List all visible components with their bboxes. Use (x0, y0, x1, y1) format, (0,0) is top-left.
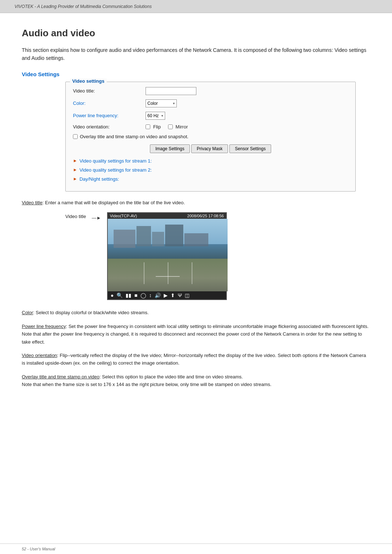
color-term: Color (22, 310, 33, 315)
color-desc-text: : Select to display colorful or black/wh… (33, 310, 149, 315)
video-title-row: Video title: (73, 87, 348, 95)
power-line-desc: Power line frequency: Set the power line… (22, 323, 370, 346)
video-title-input[interactable] (146, 87, 196, 95)
video-title-desc-section: Video title: Enter a name that will be d… (22, 199, 370, 300)
video-controls: ● 🔍 ▮▮ ■ ◯ ↕ 🔊 ▶ ⬆ Ψ ◫ (108, 291, 226, 299)
header-bar: VIVOTEK - A Leading Provider of Multimed… (0, 0, 392, 13)
vc-display[interactable]: ◫ (184, 293, 190, 298)
arrow-indicator: —► (92, 215, 101, 221)
video-orientation-term: Video orientation (22, 353, 57, 358)
vc-stop[interactable]: ■ (134, 293, 138, 298)
power-line-select-wrapper: 50 Hz 60 Hz (146, 112, 165, 120)
building-4 (165, 225, 183, 246)
power-line-row: Power line frequency: 50 Hz 60 Hz (73, 112, 348, 120)
sensor-settings-button[interactable]: Sensor Settings (229, 144, 271, 153)
daynight-label[interactable]: Day/Night settings: (79, 176, 119, 182)
stream2-label[interactable]: Video quality settings for stream 2: (79, 167, 152, 173)
overlay-row: Overlay title and time stamp on video an… (73, 134, 348, 139)
power-line-term: Power line frequency (22, 324, 66, 329)
video-orientation-desc: Video orientation: Flip--vertically refl… (22, 352, 370, 367)
video-titlebar-time: 2008/06/25 17:08:56 (187, 214, 224, 218)
video-title-term: Video title (22, 200, 42, 205)
stream2-row: ► Video quality settings for stream 2: (73, 167, 348, 173)
power-line-select[interactable]: 50 Hz 60 Hz (146, 112, 165, 120)
descriptions-section: Color: Select to display colorful or bla… (22, 309, 370, 389)
color-row: Color: Color Black/White (73, 99, 348, 107)
vc-play[interactable]: ▶ (163, 293, 168, 298)
video-preview: Video(TCP-AV) 2008/06/25 17:08:56 (107, 212, 227, 300)
video-title-side-label: Video title (65, 214, 86, 219)
overlay-label: Overlay title and time stamp on video an… (80, 134, 188, 139)
video-title-value (146, 87, 196, 95)
vc-upload[interactable]: ⬆ (170, 293, 176, 298)
vc-resize[interactable]: ↕ (148, 293, 152, 298)
stream1-arrow: ► (73, 158, 77, 163)
building-3 (152, 232, 164, 246)
color-desc: Color: Select to display colorful or bla… (22, 309, 370, 316)
power-line-desc-text: : Set the power line frequency in consis… (22, 324, 368, 345)
color-select-wrapper: Color Black/White (146, 99, 177, 107)
building-5 (184, 233, 208, 246)
video-label-col: Video title (65, 214, 86, 219)
video-title-label: Video title: (73, 88, 146, 94)
mirror-label: Mirror (176, 124, 188, 130)
stream1-label[interactable]: Video quality settings for stream 1: (79, 158, 152, 164)
button-group: Image Settings Privacy Mask Sensor Setti… (73, 144, 348, 153)
page-title: Audio and video (22, 28, 370, 39)
video-image (108, 219, 228, 291)
color-value: Color Black/White (146, 99, 177, 107)
settings-inner: Video title: Color: Color Black/White (73, 82, 348, 182)
overlay-checkbox[interactable] (73, 134, 78, 139)
image-settings-button[interactable]: Image Settings (150, 144, 190, 153)
daynight-arrow: ► (73, 176, 77, 181)
mirror-checkbox[interactable] (168, 124, 173, 129)
page-container: VIVOTEK - A Leading Provider of Multimed… (0, 0, 392, 554)
privacy-mask-button[interactable]: Privacy Mask (191, 144, 228, 153)
video-title-desc-text: : Enter a name that will be displayed on… (42, 200, 185, 205)
road-line-2 (168, 262, 168, 284)
main-content: Audio and video This section explains ho… (0, 13, 392, 543)
color-select[interactable]: Color Black/White (146, 99, 177, 107)
overlay-desc: Overlay title and time stamp on video: S… (22, 373, 370, 389)
video-orientation-row: Video orientation: Flip Mirror (73, 124, 348, 130)
video-orientation-value: Flip Mirror (146, 124, 188, 130)
settings-box: Video settings Video title: Color: C (65, 82, 356, 192)
settings-box-title: Video settings (70, 78, 107, 84)
video-orientation-label: Video orientation: (73, 124, 146, 130)
brand-text: VIVOTEK - A Leading Provider of Multimed… (15, 4, 152, 9)
vc-zoom[interactable]: 🔍 (116, 293, 123, 298)
road-line-3 (192, 262, 192, 284)
vc-record[interactable]: ● (110, 293, 114, 298)
daynight-row: ► Day/Night settings: (73, 176, 348, 182)
stream2-arrow: ► (73, 167, 77, 172)
video-titlebar-title: Video(TCP-AV) (110, 214, 137, 218)
intro-text: This section explains how to configure a… (22, 46, 370, 62)
vc-mic[interactable]: Ψ (177, 293, 183, 298)
overlay-term: Overlay title and time stamp on video (22, 374, 99, 379)
footer-text: 52 - User's Manual (22, 547, 55, 551)
building-2 (136, 226, 151, 246)
section-title-video: Video Settings (22, 71, 370, 77)
video-titlebar: Video(TCP-AV) 2008/06/25 17:08:56 (108, 213, 226, 219)
road-line-1 (144, 262, 144, 284)
vc-pause[interactable]: ▮▮ (125, 293, 132, 298)
flip-label: Flip (153, 124, 161, 130)
video-orientation-desc-text: : Flip--vertically reflect the display o… (22, 353, 366, 366)
video-title-desc: Video title: Enter a name that will be d… (22, 199, 370, 206)
vc-audio[interactable]: 🔊 (154, 293, 162, 298)
vc-snap[interactable]: ◯ (140, 293, 147, 298)
video-preview-wrapper: Video title —► Video(TCP-AV) 2008/06/25 … (65, 212, 227, 300)
power-line-label: Power line frequency: (73, 113, 146, 118)
color-label: Color: (73, 100, 146, 106)
flip-checkbox[interactable] (146, 124, 150, 129)
video-title-preview-section: Video title —► Video(TCP-AV) 2008/06/25 … (22, 212, 370, 300)
power-line-value: 50 Hz 60 Hz (146, 112, 165, 120)
footer: 52 - User's Manual (0, 543, 392, 554)
building-1 (114, 230, 135, 248)
stream1-row: ► Video quality settings for stream 1: (73, 158, 348, 164)
